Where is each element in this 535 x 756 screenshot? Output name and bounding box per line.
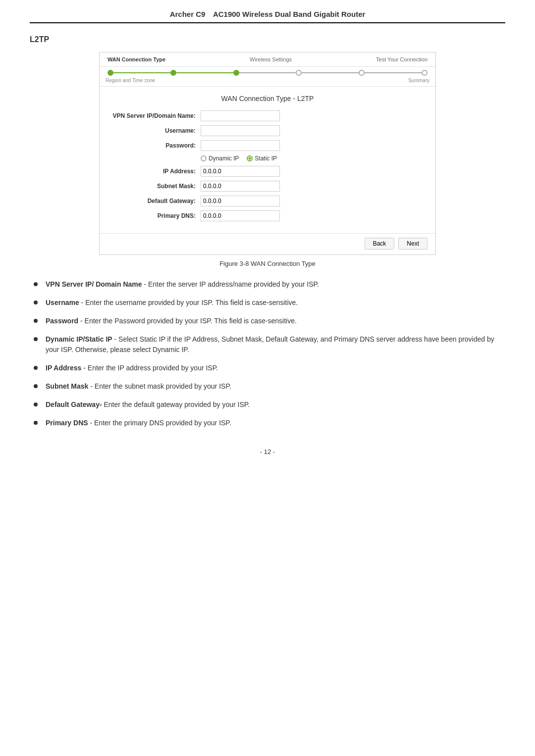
progress-node-2	[170, 70, 176, 76]
default-gateway-input[interactable]	[201, 196, 280, 206]
username-input[interactable]	[201, 125, 280, 136]
sublabel-summary: Summary	[408, 78, 429, 83]
term-default-gateway: Default Gateway-	[46, 401, 102, 408]
wizard-sublabels: Region and Time zone Summary	[100, 78, 435, 87]
vpn-server-input[interactable]	[201, 110, 280, 121]
static-ip-radio[interactable]: Static IP	[247, 155, 277, 162]
default-gateway-row: Default Gateway:	[111, 196, 424, 206]
progress-line-5	[365, 72, 422, 73]
ip-type-radio-group: Dynamic IP Static IP	[201, 155, 424, 162]
bullet-text-4: Dynamic IP/Static IP - Select Static IP …	[46, 334, 505, 355]
list-item-primary-dns: Primary DNS - Enter the primary DNS prov…	[30, 418, 505, 428]
bullet-text-3: Password - Enter the Password provided b…	[46, 316, 505, 326]
section-title: L2TP	[30, 35, 505, 44]
desc-primary-dns: - Enter the primary DNS provided by your…	[90, 419, 231, 427]
bullet-dot-4	[34, 337, 38, 341]
page-number: - 12 -	[260, 448, 275, 455]
bullet-dot-2	[34, 301, 38, 304]
progress-node-3	[233, 70, 239, 76]
bullet-dot-5	[34, 366, 38, 370]
wizard-step-wan: WAN Connection Type	[107, 56, 165, 62]
bullet-text-7: Default Gateway- Enter the default gatew…	[46, 400, 505, 410]
panel-title: WAN Connection Type - L2TP	[111, 95, 424, 102]
progress-line-1	[113, 72, 170, 73]
page-header: Archer C9 AC1900 Wireless Dual Band Giga…	[30, 10, 505, 23]
static-ip-radio-circle	[247, 155, 253, 161]
wizard-step-test: Test Your Connection	[376, 56, 428, 62]
primary-dns-row: Primary DNS:	[111, 210, 424, 221]
bullet-text-6: Subnet Mask - Enter the subnet mask prov…	[46, 381, 505, 392]
ip-address-label: IP Address:	[111, 168, 201, 175]
subnet-mask-input[interactable]	[201, 181, 280, 192]
bullet-dot-7	[34, 403, 38, 406]
sublabel-region: Region and Time zone	[106, 78, 155, 83]
ip-address-input[interactable]	[201, 166, 280, 177]
product-description: AC1900 Wireless Dual Band Gigabit Router	[213, 10, 365, 18]
list-item-dynamic-static: Dynamic IP/Static IP - Select Static IP …	[30, 334, 505, 355]
brand-name: Archer C9	[170, 10, 206, 18]
password-row: Password:	[111, 140, 424, 151]
bullet-dot-6	[34, 384, 38, 388]
bullet-text-2: Username - Enter the username provided b…	[46, 298, 505, 308]
term-primary-dns: Primary DNS	[46, 419, 88, 427]
desc-vpn: - Enter the server IP address/name provi…	[144, 280, 319, 288]
term-ip-address: IP Address	[46, 364, 81, 372]
subnet-mask-label: Subnet Mask:	[111, 183, 201, 190]
router-panel: WAN Connection Type Wireless Settings Te…	[99, 52, 436, 255]
list-item-password: Password - Enter the Password provided b…	[30, 316, 505, 326]
panel-content: WAN Connection Type - L2TP VPN Server IP…	[100, 87, 435, 233]
dynamic-ip-radio[interactable]: Dynamic IP	[201, 155, 239, 162]
progress-line-2	[176, 72, 233, 73]
next-button[interactable]: Next	[398, 238, 428, 250]
term-vpn: VPN Server IP/ Domain Name	[46, 280, 142, 288]
list-item-ip-address: IP Address - Enter the IP address provid…	[30, 363, 505, 373]
bullet-text-5: IP Address - Enter the IP address provid…	[46, 363, 505, 373]
progress-node-4	[296, 70, 302, 76]
desc-subnet-mask: - Enter the subnet mask provided by your…	[90, 382, 231, 390]
desc-password: - Enter the Password provided by your IS…	[80, 317, 297, 325]
description-list: VPN Server IP/ Domain Name - Enter the s…	[30, 279, 505, 428]
desc-ip-address: - Enter the IP address provided by your …	[83, 364, 218, 372]
username-row: Username:	[111, 125, 424, 136]
desc-username: - Enter the username provided by your IS…	[81, 299, 298, 306]
term-dynamic-static: Dynamic IP/Static IP	[46, 335, 112, 343]
page-footer: - 12 -	[30, 448, 505, 455]
desc-default-gateway: Enter the default gateway provided by yo…	[104, 401, 250, 408]
wizard-steps-bar: WAN Connection Type Wireless Settings Te…	[100, 52, 435, 67]
figure-caption: Figure 3-8 WAN Connection Type	[30, 260, 505, 267]
bullet-text-8: Primary DNS - Enter the primary DNS prov…	[46, 418, 505, 428]
vpn-server-row: VPN Server IP/Domain Name:	[111, 110, 424, 121]
progress-bar	[100, 67, 435, 78]
bullet-dot-8	[34, 421, 38, 425]
default-gateway-label: Default Gateway:	[111, 198, 201, 204]
desc-dynamic-static: - Select Static IP if the IP Address, Su…	[46, 335, 494, 353]
username-label: Username:	[111, 127, 201, 134]
password-label: Password:	[111, 142, 201, 149]
list-item-vpn: VPN Server IP/ Domain Name - Enter the s…	[30, 279, 505, 290]
dynamic-ip-radio-circle	[201, 155, 207, 161]
password-input[interactable]	[201, 140, 280, 151]
list-item-default-gateway: Default Gateway- Enter the default gatew…	[30, 400, 505, 410]
subnet-mask-row: Subnet Mask:	[111, 181, 424, 192]
progress-node-5	[359, 70, 365, 76]
list-item-subnet-mask: Subnet Mask - Enter the subnet mask prov…	[30, 381, 505, 392]
bullet-dot-1	[34, 282, 38, 286]
term-subnet-mask: Subnet Mask	[46, 382, 88, 390]
progress-node-1	[107, 70, 113, 76]
progress-line-4	[302, 72, 359, 73]
list-item-username: Username - Enter the username provided b…	[30, 298, 505, 308]
primary-dns-input[interactable]	[201, 210, 280, 221]
term-password: Password	[46, 317, 78, 325]
progress-node-6	[422, 70, 428, 76]
bullet-dot-3	[34, 319, 38, 323]
dynamic-ip-label: Dynamic IP	[209, 155, 239, 162]
primary-dns-label: Primary DNS:	[111, 212, 201, 219]
ip-address-row: IP Address:	[111, 166, 424, 177]
bullet-text-1: VPN Server IP/ Domain Name - Enter the s…	[46, 279, 505, 290]
term-username: Username	[46, 299, 79, 306]
vpn-server-label: VPN Server IP/Domain Name:	[111, 112, 201, 119]
wizard-step-wireless: Wireless Settings	[250, 56, 292, 62]
panel-footer: Back Next	[100, 233, 435, 254]
back-button[interactable]: Back	[365, 238, 395, 250]
progress-line-3	[239, 72, 296, 73]
